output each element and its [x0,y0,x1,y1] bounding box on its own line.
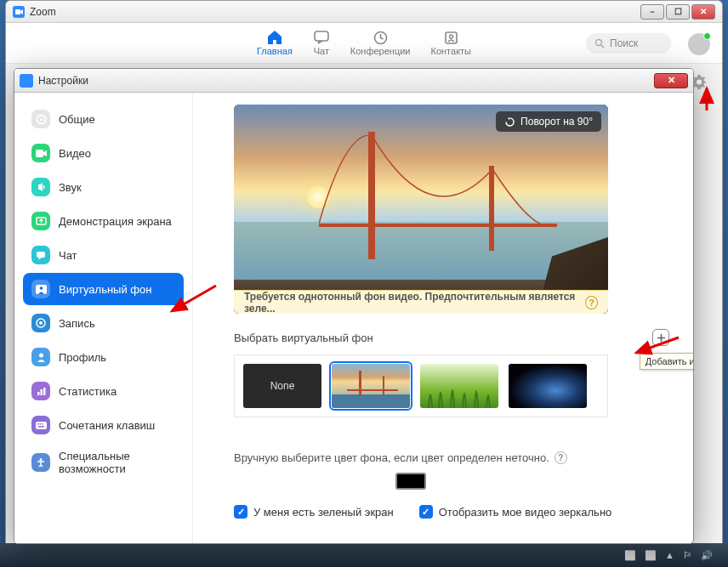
sidebar-label: Специальные возможности [59,450,175,475]
sidebar-item-recording[interactable]: Запись [23,307,184,339]
sidebar-item-virtual-bg[interactable]: Виртуальный фон [23,273,184,305]
sidebar-label: Демонстрация экрана [59,215,172,228]
svg-rect-29 [347,389,398,391]
help-icon[interactable]: ? [585,296,598,309]
video-preview: Поворот на 90° Требуется однотонный фон … [234,105,608,314]
sidebar-label: Общие [59,113,95,126]
svg-rect-17 [37,392,40,395]
svg-rect-24 [38,426,44,428]
svg-point-4 [449,35,452,38]
nav-tab-label: Контакты [431,46,472,56]
settings-app-icon [20,74,33,88]
main-titlebar[interactable]: Zoom － ☐ ✕ [6,1,722,23]
mirror-video-checkbox[interactable]: ✓ Отобразить мое видео зеркально [419,505,612,519]
virtual-bg-icon [31,280,50,298]
svg-rect-20 [36,422,47,429]
contacts-icon [442,30,459,45]
search-input[interactable]: Поиск [586,33,671,54]
tray-icon[interactable]: ▲ [665,550,674,560]
recording-icon [31,314,50,332]
nav-tab-meetings[interactable]: Конференции [350,30,411,56]
svg-rect-27 [359,371,361,396]
checkbox-checked-icon: ✓ [234,505,247,519]
sidebar-item-stats[interactable]: Статистика [23,375,184,407]
sidebar-label: Сочетания клавиш [59,419,155,432]
sidebar-item-audio[interactable]: Звук [23,171,184,203]
minimize-button[interactable]: － [640,4,664,20]
sidebar-item-general[interactable]: Общие [23,103,184,135]
help-icon[interactable]: ? [555,451,567,464]
sidebar-item-chat[interactable]: Чат [23,239,184,271]
warning-text: Требуется однотонный фон видео. Предпочт… [244,291,578,315]
svg-rect-28 [383,376,384,394]
stats-icon [31,382,50,400]
rotate-90-button[interactable]: Поворот на 90° [496,111,601,132]
bg-thumb-bridge[interactable] [332,364,410,408]
rotate-label: Поворот на 90° [520,116,593,128]
chat-icon [313,30,330,45]
svg-rect-11 [37,252,45,258]
general-icon [31,110,50,128]
svg-point-15 [39,321,43,325]
close-button[interactable]: ✕ [691,4,715,20]
tray-flag-icon[interactable]: 🏳 [683,550,692,560]
svg-point-6 [697,80,702,85]
windows-taskbar[interactable]: ⬜ ⬜ ▲ 🏳 🔊 [0,543,728,567]
svg-rect-26 [332,394,410,408]
sidebar-label: Звук [59,181,82,194]
clock-icon [372,30,389,45]
svg-point-13 [39,286,43,290]
manual-color-row: Вручную выберите цвет фона, если цвет оп… [234,451,669,464]
sidebar-label: Запись [59,317,95,330]
check-label: Отобразить мое видео зеркально [439,506,612,519]
svg-rect-1 [315,31,328,41]
nav-tab-home[interactable]: Главная [257,30,293,56]
tray-volume-icon[interactable]: 🔊 [701,550,713,561]
sidebar-label: Чат [59,249,77,262]
top-nav: Главная Чат Конференции Контакты Поиск [6,23,722,64]
settings-close-button[interactable]: ✕ [654,73,688,88]
nav-tab-chat[interactable]: Чат [313,30,330,56]
search-icon [594,38,605,48]
chat-settings-icon [31,246,50,264]
color-picker-swatch[interactable] [395,473,426,490]
manual-label: Вручную выберите цвет фона, если цвет оп… [234,451,549,464]
settings-content: Поворот на 90° Требуется однотонный фон … [193,93,693,543]
settings-sidebar: Общие Видео Звук Демонстрация экрана Чат… [14,93,193,543]
sidebar-label: Профиль [59,351,106,364]
sidebar-item-share[interactable]: Демонстрация экрана [23,205,184,237]
sidebar-item-shortcuts[interactable]: Сочетания клавиш [23,409,184,441]
nav-tab-label: Главная [257,46,293,56]
profile-icon [31,348,50,366]
nav-tab-contacts[interactable]: Контакты [431,30,472,56]
search-placeholder: Поиск [610,37,638,49]
green-screen-checkbox[interactable]: ✓ У меня есть зеленый экран [234,505,394,519]
system-tray[interactable]: ⬜ ⬜ ▲ 🏳 🔊 [624,550,721,561]
sidebar-item-video[interactable]: Видео [23,137,184,169]
bg-thumb-none[interactable]: None [243,364,321,408]
svg-rect-18 [40,389,43,395]
tray-icon[interactable]: ⬜ [624,550,636,561]
settings-titlebar[interactable]: Настройки ✕ [14,69,693,93]
main-window-title: Zoom [30,6,639,18]
bg-thumbnails: None [234,354,608,417]
settings-title-text: Настройки [38,75,654,87]
svg-rect-0 [15,9,20,14]
svg-rect-23 [42,423,43,425]
sidebar-item-accessibility[interactable]: Специальные возможности [23,443,184,482]
svg-rect-21 [37,423,39,425]
maximize-button[interactable]: ☐ [666,4,690,20]
svg-rect-9 [36,150,43,157]
user-avatar[interactable] [688,33,710,55]
svg-rect-19 [43,388,46,395]
status-dot-icon [703,32,711,40]
bg-thumb-earth[interactable] [509,364,587,408]
svg-point-16 [39,354,43,358]
sidebar-item-profile[interactable]: Профиль [23,341,184,373]
add-image-tooltip: Добавить изображение [640,353,693,370]
add-image-button[interactable] [652,329,669,346]
tray-icon[interactable]: ⬜ [645,550,657,561]
bg-thumb-grass[interactable] [420,364,498,408]
bridge-cables [319,135,540,229]
plus-icon [657,333,666,343]
